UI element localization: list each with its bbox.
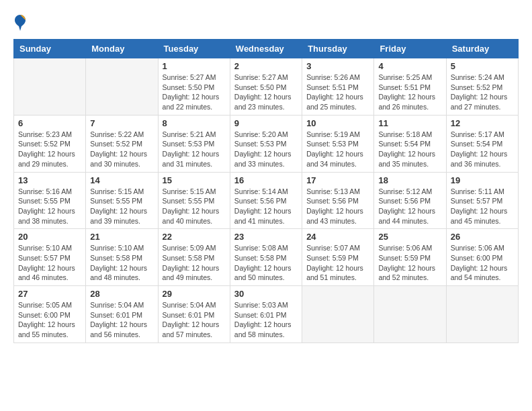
weekday-header: Wednesday	[230, 40, 302, 58]
calendar-week-row: 1Sunrise: 5:27 AMSunset: 5:50 PMDaylight…	[14, 58, 519, 116]
calendar-cell: 14Sunrise: 5:15 AMSunset: 5:55 PMDayligh…	[86, 172, 158, 229]
day-number: 12	[451, 118, 514, 128]
weekday-header: Monday	[86, 40, 158, 58]
day-info: Sunrise: 5:27 AMSunset: 5:50 PMDaylight:…	[234, 73, 298, 112]
day-info: Sunrise: 5:15 AMSunset: 5:55 PMDaylight:…	[90, 187, 153, 226]
day-info: Sunrise: 5:14 AMSunset: 5:56 PMDaylight:…	[234, 187, 298, 226]
weekday-header: Friday	[374, 40, 446, 58]
day-info: Sunrise: 5:08 AMSunset: 5:58 PMDaylight:…	[234, 243, 298, 283]
day-number: 9	[234, 118, 298, 128]
calendar-cell: 12Sunrise: 5:17 AMSunset: 5:54 PMDayligh…	[446, 115, 518, 172]
calendar-cell: 19Sunrise: 5:11 AMSunset: 5:57 PMDayligh…	[446, 172, 518, 229]
calendar-cell: 10Sunrise: 5:19 AMSunset: 5:53 PMDayligh…	[302, 115, 374, 172]
logo	[13, 13, 30, 32]
calendar-cell: 13Sunrise: 5:16 AMSunset: 5:55 PMDayligh…	[14, 172, 86, 229]
calendar-cell	[14, 58, 86, 116]
day-info: Sunrise: 5:11 AMSunset: 5:57 PMDaylight:…	[451, 187, 514, 226]
calendar-cell: 1Sunrise: 5:27 AMSunset: 5:50 PMDaylight…	[158, 58, 230, 116]
day-number: 27	[18, 289, 81, 299]
day-number: 28	[90, 289, 153, 299]
day-info: Sunrise: 5:26 AMSunset: 5:51 PMDaylight:…	[306, 73, 369, 112]
day-number: 25	[378, 232, 441, 242]
calendar-cell: 17Sunrise: 5:13 AMSunset: 5:56 PMDayligh…	[302, 172, 374, 229]
calendar-cell: 11Sunrise: 5:18 AMSunset: 5:54 PMDayligh…	[374, 115, 446, 172]
day-number: 23	[234, 232, 298, 242]
weekday-header: Saturday	[446, 40, 518, 58]
header	[13, 13, 519, 32]
calendar-cell: 21Sunrise: 5:10 AMSunset: 5:58 PMDayligh…	[86, 229, 158, 286]
calendar-cell: 30Sunrise: 5:03 AMSunset: 6:01 PMDayligh…	[230, 286, 302, 343]
day-number: 5	[451, 61, 514, 71]
day-info: Sunrise: 5:16 AMSunset: 5:55 PMDaylight:…	[18, 187, 81, 226]
day-info: Sunrise: 5:06 AMSunset: 5:59 PMDaylight:…	[378, 243, 441, 283]
weekday-header: Sunday	[14, 40, 86, 58]
weekday-header: Tuesday	[158, 40, 230, 58]
day-info: Sunrise: 5:04 AMSunset: 6:01 PMDaylight:…	[90, 300, 153, 340]
day-number: 20	[18, 232, 81, 242]
day-number: 21	[90, 232, 153, 242]
day-info: Sunrise: 5:10 AMSunset: 5:57 PMDaylight:…	[18, 243, 81, 283]
day-number: 4	[378, 61, 441, 71]
calendar-cell: 5Sunrise: 5:24 AMSunset: 5:52 PMDaylight…	[446, 58, 518, 116]
calendar-week-row: 13Sunrise: 5:16 AMSunset: 5:55 PMDayligh…	[14, 172, 519, 229]
calendar-cell: 28Sunrise: 5:04 AMSunset: 6:01 PMDayligh…	[86, 286, 158, 343]
day-number: 17	[306, 175, 369, 185]
day-info: Sunrise: 5:05 AMSunset: 6:00 PMDaylight:…	[18, 300, 81, 340]
day-info: Sunrise: 5:25 AMSunset: 5:51 PMDaylight:…	[378, 73, 441, 112]
calendar-cell: 4Sunrise: 5:25 AMSunset: 5:51 PMDaylight…	[374, 58, 446, 116]
day-number: 13	[18, 175, 81, 185]
calendar-cell	[446, 286, 518, 343]
day-info: Sunrise: 5:27 AMSunset: 5:50 PMDaylight:…	[163, 73, 226, 112]
day-info: Sunrise: 5:19 AMSunset: 5:53 PMDaylight:…	[306, 130, 369, 169]
day-number: 8	[163, 118, 226, 128]
day-number: 18	[378, 175, 441, 185]
calendar-cell: 24Sunrise: 5:07 AMSunset: 5:59 PMDayligh…	[302, 229, 374, 286]
calendar-cell: 18Sunrise: 5:12 AMSunset: 5:56 PMDayligh…	[374, 172, 446, 229]
day-info: Sunrise: 5:06 AMSunset: 6:00 PMDaylight:…	[451, 243, 514, 283]
day-info: Sunrise: 5:03 AMSunset: 6:01 PMDaylight:…	[234, 300, 298, 340]
day-number: 19	[451, 175, 514, 185]
calendar-week-row: 20Sunrise: 5:10 AMSunset: 5:57 PMDayligh…	[14, 229, 519, 286]
calendar-cell: 3Sunrise: 5:26 AMSunset: 5:51 PMDaylight…	[302, 58, 374, 116]
day-number: 22	[163, 232, 226, 242]
day-info: Sunrise: 5:24 AMSunset: 5:52 PMDaylight:…	[451, 73, 514, 112]
calendar: SundayMondayTuesdayWednesdayThursdayFrid…	[13, 39, 519, 343]
day-number: 29	[163, 289, 226, 299]
calendar-week-row: 27Sunrise: 5:05 AMSunset: 6:00 PMDayligh…	[14, 286, 519, 343]
calendar-cell: 29Sunrise: 5:04 AMSunset: 6:01 PMDayligh…	[158, 286, 230, 343]
calendar-cell	[374, 286, 446, 343]
calendar-cell: 8Sunrise: 5:21 AMSunset: 5:53 PMDaylight…	[158, 115, 230, 172]
day-info: Sunrise: 5:09 AMSunset: 5:58 PMDaylight:…	[163, 243, 226, 283]
day-number: 30	[234, 289, 298, 299]
calendar-cell: 9Sunrise: 5:20 AMSunset: 5:53 PMDaylight…	[230, 115, 302, 172]
day-number: 6	[18, 118, 81, 128]
calendar-cell: 20Sunrise: 5:10 AMSunset: 5:57 PMDayligh…	[14, 229, 86, 286]
day-number: 1	[163, 61, 226, 71]
day-info: Sunrise: 5:18 AMSunset: 5:54 PMDaylight:…	[378, 130, 441, 169]
day-info: Sunrise: 5:22 AMSunset: 5:52 PMDaylight:…	[90, 130, 153, 169]
calendar-cell: 6Sunrise: 5:23 AMSunset: 5:52 PMDaylight…	[14, 115, 86, 172]
day-info: Sunrise: 5:13 AMSunset: 5:56 PMDaylight:…	[306, 187, 369, 226]
calendar-cell: 23Sunrise: 5:08 AMSunset: 5:58 PMDayligh…	[230, 229, 302, 286]
calendar-cell: 27Sunrise: 5:05 AMSunset: 6:00 PMDayligh…	[14, 286, 86, 343]
calendar-cell: 26Sunrise: 5:06 AMSunset: 6:00 PMDayligh…	[446, 229, 518, 286]
day-number: 24	[306, 232, 369, 242]
weekday-header: Thursday	[302, 40, 374, 58]
logo-icon	[13, 13, 27, 32]
day-number: 10	[306, 118, 369, 128]
day-number: 11	[378, 118, 441, 128]
calendar-cell: 22Sunrise: 5:09 AMSunset: 5:58 PMDayligh…	[158, 229, 230, 286]
day-info: Sunrise: 5:15 AMSunset: 5:55 PMDaylight:…	[163, 187, 226, 226]
day-number: 26	[451, 232, 514, 242]
day-info: Sunrise: 5:20 AMSunset: 5:53 PMDaylight:…	[234, 130, 298, 169]
calendar-cell: 15Sunrise: 5:15 AMSunset: 5:55 PMDayligh…	[158, 172, 230, 229]
day-number: 15	[163, 175, 226, 185]
calendar-cell	[86, 58, 158, 116]
day-info: Sunrise: 5:17 AMSunset: 5:54 PMDaylight:…	[451, 130, 514, 169]
day-info: Sunrise: 5:04 AMSunset: 6:01 PMDaylight:…	[163, 300, 226, 340]
day-info: Sunrise: 5:12 AMSunset: 5:56 PMDaylight:…	[378, 187, 441, 226]
day-info: Sunrise: 5:10 AMSunset: 5:58 PMDaylight:…	[90, 243, 153, 283]
day-number: 7	[90, 118, 153, 128]
calendar-cell: 7Sunrise: 5:22 AMSunset: 5:52 PMDaylight…	[86, 115, 158, 172]
day-info: Sunrise: 5:07 AMSunset: 5:59 PMDaylight:…	[306, 243, 369, 283]
